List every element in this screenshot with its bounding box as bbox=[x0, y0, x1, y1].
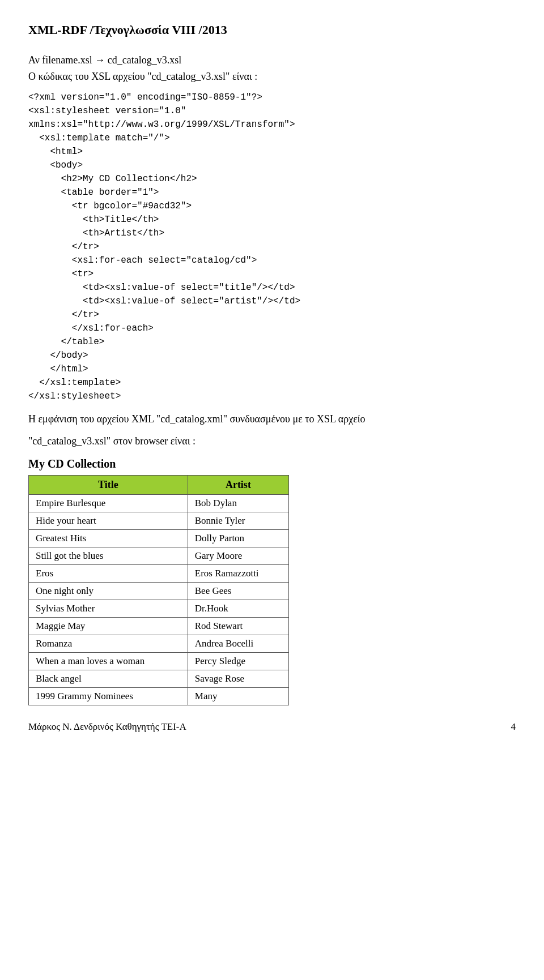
col-header-title: Title bbox=[29, 476, 188, 495]
collection-title: My CD Collection bbox=[28, 457, 516, 470]
intro-line2: Ο κώδικας του XSL αρχείου "cd_catalog_v3… bbox=[28, 71, 516, 83]
cell-artist: Bonnie Tyler bbox=[188, 512, 288, 530]
footer-author: Μάρκος Ν. Δενδρινός Καθηγητής ΤΕΙ-Α bbox=[28, 721, 186, 733]
cell-title: Greatest Hits bbox=[29, 530, 188, 547]
description-line1: Η εμφάνιση του αρχείου XML "cd_catalog.x… bbox=[28, 413, 516, 425]
cell-artist: Many bbox=[188, 688, 288, 705]
cell-artist: Gary Moore bbox=[188, 547, 288, 565]
cell-artist: Eros Ramazzotti bbox=[188, 565, 288, 583]
cell-artist: Andrea Bocelli bbox=[188, 635, 288, 653]
cell-title: Black angel bbox=[29, 670, 188, 688]
cell-title: One night only bbox=[29, 583, 188, 600]
cell-artist: Bob Dylan bbox=[188, 495, 288, 512]
table-row: 1999 Grammy NomineesMany bbox=[29, 688, 289, 705]
table-row: Still got the bluesGary Moore bbox=[29, 547, 289, 565]
table-row: Empire BurlesqueBob Dylan bbox=[29, 495, 289, 512]
cell-artist: Dr.Hook bbox=[188, 600, 288, 618]
cd-table: Title Artist Empire BurlesqueBob DylanHi… bbox=[28, 475, 289, 705]
table-row: One night onlyBee Gees bbox=[29, 583, 289, 600]
cell-artist: Rod Stewart bbox=[188, 618, 288, 635]
cell-title: 1999 Grammy Nominees bbox=[29, 688, 188, 705]
cell-title: Eros bbox=[29, 565, 188, 583]
cell-title: When a man loves a woman bbox=[29, 653, 188, 670]
cell-artist: Bee Gees bbox=[188, 583, 288, 600]
table-row: Black angelSavage Rose bbox=[29, 670, 289, 688]
cell-artist: Savage Rose bbox=[188, 670, 288, 688]
cell-title: Still got the blues bbox=[29, 547, 188, 565]
table-row: Maggie MayRod Stewart bbox=[29, 618, 289, 635]
table-row: RomanzaAndrea Bocelli bbox=[29, 635, 289, 653]
cell-title: Sylvias Mother bbox=[29, 600, 188, 618]
page-title: XML-RDF /Τεχνογλωσσία VIII /2013 bbox=[28, 23, 516, 37]
cell-artist: Percy Sledge bbox=[188, 653, 288, 670]
cell-title: Hide your heart bbox=[29, 512, 188, 530]
description-line2: "cd_catalog_v3.xsl" στον browser είναι : bbox=[28, 435, 516, 447]
cell-title: Empire Burlesque bbox=[29, 495, 188, 512]
table-row: Hide your heartBonnie Tyler bbox=[29, 512, 289, 530]
table-row: Sylvias MotherDr.Hook bbox=[29, 600, 289, 618]
intro-line1: Αν filename.xsl → cd_catalog_v3.xsl bbox=[28, 54, 516, 66]
table-row: ErosEros Ramazzotti bbox=[29, 565, 289, 583]
table-row: Greatest HitsDolly Parton bbox=[29, 530, 289, 547]
code-block: <?xml version="1.0" encoding="ISO-8859-1… bbox=[28, 91, 516, 403]
table-row: When a man loves a womanPercy Sledge bbox=[29, 653, 289, 670]
cell-artist: Dolly Parton bbox=[188, 530, 288, 547]
col-header-artist: Artist bbox=[188, 476, 288, 495]
cell-title: Romanza bbox=[29, 635, 188, 653]
footer-page: 4 bbox=[511, 721, 516, 733]
cell-title: Maggie May bbox=[29, 618, 188, 635]
